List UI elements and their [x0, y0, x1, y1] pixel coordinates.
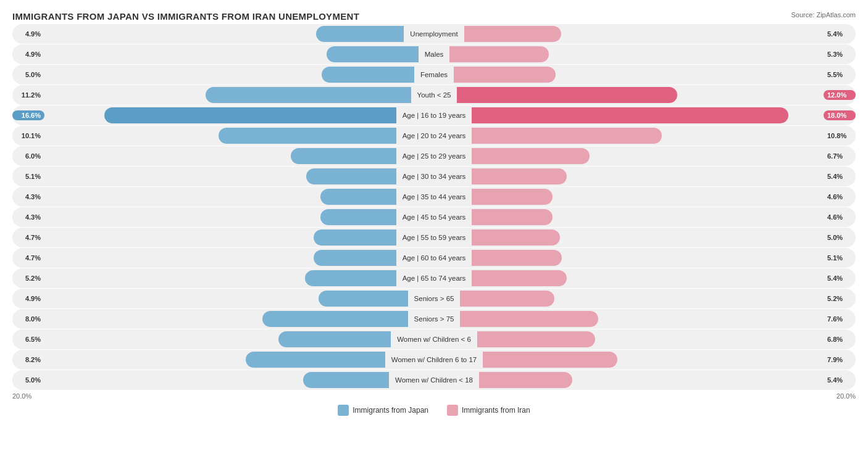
blue-bar — [314, 250, 396, 266]
table-row: 4.9%Seniors > 655.2% — [12, 289, 856, 308]
bar-left-value: 4.3% — [12, 193, 44, 200]
bar-left-value: 4.3% — [12, 213, 44, 221]
row-center-label: Age | 55 to 59 years — [396, 234, 472, 241]
bar-right-value: 5.4% — [824, 275, 856, 282]
blue-bar — [320, 189, 396, 205]
bars-container: Seniors > 75 — [44, 309, 824, 329]
table-row: 4.9%Unemployment5.4% — [12, 24, 856, 44]
blue-bar — [322, 67, 414, 83]
right-bar-container — [472, 188, 824, 205]
blue-bar — [316, 26, 404, 42]
left-bar-container — [44, 371, 389, 389]
bars-container: Unemployment — [44, 24, 824, 44]
chart-rows: 4.9%Unemployment5.4%4.9%Males5.3%5.0%Fem… — [12, 24, 856, 390]
left-bar-container — [44, 107, 396, 124]
legend-japan-label: Immigrants from Japan — [353, 406, 428, 415]
bars-container: Age | 25 to 29 years — [44, 146, 824, 166]
pink-bar — [479, 372, 572, 388]
right-bar-container — [454, 66, 824, 83]
legend-japan-box — [338, 405, 349, 416]
right-bar-container — [460, 290, 824, 307]
bars-container: Males — [44, 44, 824, 64]
bar-left-value: 8.2% — [12, 356, 44, 363]
pink-bar — [477, 331, 595, 347]
pink-bar — [472, 128, 662, 144]
bar-left-value: 10.1% — [12, 132, 44, 139]
bar-right-value: 7.9% — [824, 356, 856, 363]
row-center-label: Women w/ Children < 6 — [391, 336, 477, 343]
source-label: Source: ZipAtlas.com — [791, 11, 856, 19]
bar-right-value: 5.0% — [824, 234, 856, 241]
bar-left-value: 11.2% — [12, 91, 44, 99]
bar-right-value: 5.1% — [824, 254, 856, 262]
chart-container: IMMIGRANTS FROM JAPAN VS IMMIGRANTS FROM… — [0, 0, 868, 428]
bar-left-value: 5.0% — [12, 71, 44, 78]
pink-bar — [472, 189, 553, 205]
bars-container: Youth < 25 — [44, 85, 824, 105]
bars-container: Women w/ Children 6 to 17 — [44, 350, 824, 370]
bar-right-value: 10.8% — [824, 132, 856, 139]
left-bar-container — [44, 86, 411, 104]
right-bar-container — [479, 371, 824, 389]
bars-container: Age | 45 to 54 years — [44, 207, 824, 227]
bars-container: Age | 30 to 34 years — [44, 167, 824, 186]
left-bar-container — [44, 46, 419, 63]
right-bar-container — [457, 86, 824, 104]
bar-left-value: 5.1% — [12, 173, 44, 180]
pink-bar — [472, 209, 553, 225]
left-bar-container — [44, 188, 396, 205]
left-bar-container — [44, 270, 396, 287]
table-row: 16.6%Age | 16 to 19 years18.0% — [12, 105, 856, 125]
bar-right-value: 5.2% — [824, 295, 856, 302]
left-bar-container — [44, 331, 391, 348]
left-bar-container — [44, 25, 404, 43]
axis-labels: 20.0% 20.0% — [12, 392, 856, 400]
bar-left-value: 4.9% — [12, 295, 44, 302]
bars-container: Women w/ Children < 6 — [44, 329, 824, 349]
row-center-label: Age | 35 to 44 years — [396, 193, 472, 200]
right-bar-container — [472, 147, 824, 165]
pink-bar — [472, 270, 567, 286]
chart-title: IMMIGRANTS FROM JAPAN VS IMMIGRANTS FROM… — [12, 11, 359, 22]
blue-bar — [306, 168, 396, 184]
row-center-label: Women w/ Children < 18 — [389, 376, 479, 384]
left-bar-container — [44, 229, 396, 246]
pink-bar — [472, 168, 567, 184]
pink-bar — [472, 107, 788, 123]
right-bar-container — [472, 209, 824, 226]
bar-left-value: 4.7% — [12, 234, 44, 241]
table-row: 5.2%Age | 65 to 74 years5.4% — [12, 268, 856, 288]
row-center-label: Females — [414, 71, 454, 78]
blue-bar — [314, 229, 396, 246]
table-row: 11.2%Youth < 2512.0% — [12, 85, 856, 105]
table-row: 4.3%Age | 45 to 54 years4.6% — [12, 207, 856, 227]
bars-container: Age | 35 to 44 years — [44, 187, 824, 207]
row-center-label: Age | 25 to 29 years — [396, 152, 472, 160]
pink-bar — [472, 229, 559, 246]
legend-iran-label: Immigrants from Iran — [462, 406, 530, 415]
right-bar-container — [472, 107, 824, 124]
left-bar-container — [44, 66, 414, 83]
right-bar-container — [477, 331, 824, 348]
left-bar-container — [44, 249, 396, 267]
bar-right-value: 5.3% — [824, 51, 856, 58]
pink-bar — [449, 46, 548, 62]
legend-iran-box — [447, 405, 458, 416]
table-row: 6.0%Age | 25 to 29 years6.7% — [12, 146, 856, 166]
row-center-label: Seniors > 75 — [408, 315, 461, 323]
bar-right-value: 5.4% — [824, 376, 856, 384]
bar-right-value: 4.6% — [824, 193, 856, 200]
pink-bar — [457, 87, 677, 103]
pink-bar — [483, 352, 617, 368]
bar-left-value: 4.9% — [12, 30, 44, 38]
blue-bar — [206, 87, 411, 103]
left-bar-container — [44, 351, 385, 368]
legend-japan: Immigrants from Japan — [338, 405, 428, 416]
bars-container: Age | 20 to 24 years — [44, 126, 824, 146]
row-center-label: Age | 30 to 34 years — [396, 173, 472, 180]
left-bar-container — [44, 310, 408, 328]
blue-bar — [278, 331, 391, 347]
bar-right-value: 5.5% — [824, 71, 856, 78]
row-center-label: Males — [419, 51, 450, 58]
pink-bar — [460, 311, 598, 327]
